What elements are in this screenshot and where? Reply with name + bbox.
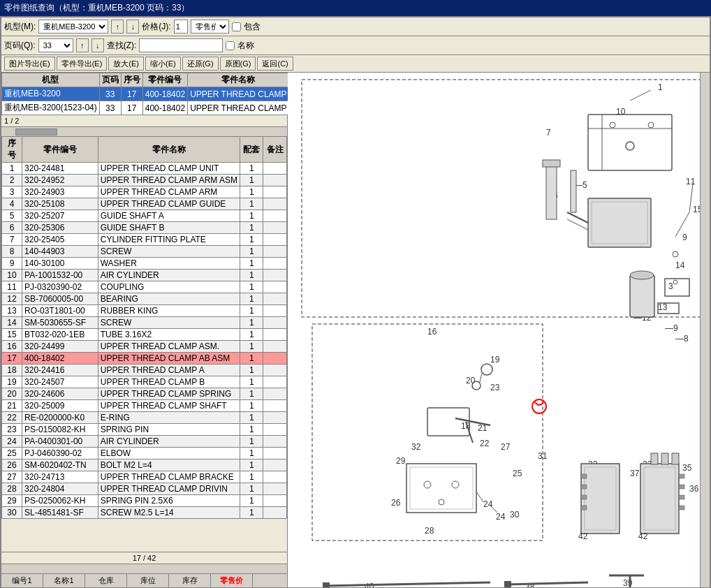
bottom-cell-partname[interactable]: AIR CYLINDER: [98, 270, 240, 281]
bottom-cell-note[interactable]: [263, 317, 287, 329]
top-cell-model[interactable]: 重机MEB-3200(1523-04): [2, 101, 100, 115]
bottom-cell-seq[interactable]: 25: [2, 448, 22, 460]
bottom-cell-partname[interactable]: SPRING PIN 2.5X6: [98, 495, 240, 507]
bottom-cell-partno[interactable]: 320-24804: [22, 483, 98, 495]
bottom-cell-seq[interactable]: 2: [2, 175, 22, 186]
include-checkbox[interactable]: [232, 22, 241, 31]
bottom-cell-seq[interactable]: 19: [2, 376, 22, 388]
bottom-cell-qty[interactable]: 1: [240, 460, 263, 471]
bottom-cell-qty[interactable]: 1: [240, 424, 263, 436]
model-select[interactable]: 重机MEB-3200: [38, 20, 108, 34]
bottom-cell-partno[interactable]: 320-24499: [22, 341, 98, 353]
bottom-cell-qty[interactable]: 1: [240, 293, 263, 305]
back-btn[interactable]: 返回(C): [257, 57, 293, 71]
bottom-cell-partno[interactable]: SM-6020402-TN: [22, 460, 98, 471]
bottom-cell-seq[interactable]: 27: [2, 471, 22, 483]
bottom-cell-partno[interactable]: PA-1001532-00: [22, 270, 98, 281]
bottom-cell-partname[interactable]: COUPLING: [98, 281, 240, 293]
bottom-cell-partno[interactable]: PJ-0320390-02: [22, 281, 98, 293]
bottom-cell-note[interactable]: [263, 365, 287, 376]
bottom-cell-note[interactable]: [263, 234, 287, 246]
bottom-cell-qty[interactable]: 1: [240, 507, 263, 519]
bottom-cell-partname[interactable]: UPPER THREAD CLAMP AB ASM: [98, 353, 240, 365]
bottom-cell-partname[interactable]: SCREW M2.5 L=14: [98, 507, 240, 519]
bottom-cell-seq[interactable]: 8: [2, 246, 22, 258]
bottom-cell-note[interactable]: [263, 388, 287, 400]
top-scrollbar-h[interactable]: [1, 126, 287, 136]
page-select[interactable]: 33: [38, 38, 73, 52]
bottom-cell-qty[interactable]: 1: [240, 246, 263, 258]
bottom-cell-partno[interactable]: 140-30100: [22, 258, 98, 270]
bottom-cell-partname[interactable]: SCREW: [98, 246, 240, 258]
bottom-cell-note[interactable]: [263, 400, 287, 412]
bottom-cell-partname[interactable]: UPPER THREAD CLAMP SHAFT: [98, 400, 240, 412]
bottom-cell-note[interactable]: [263, 270, 287, 281]
bottom-cell-qty[interactable]: 1: [240, 341, 263, 353]
bottom-cell-qty[interactable]: 1: [240, 329, 263, 341]
search-input[interactable]: [139, 38, 223, 52]
image-export-btn[interactable]: 图片导出(E): [4, 57, 55, 71]
parts-export-btn[interactable]: 零件导出(E): [57, 57, 108, 71]
bottom-cell-partno[interactable]: 320-25405: [22, 234, 98, 246]
bottom-cell-seq[interactable]: 14: [2, 317, 22, 329]
bottom-cell-seq[interactable]: 24: [2, 436, 22, 448]
bottom-cell-seq[interactable]: 22: [2, 412, 22, 424]
bottom-cell-seq[interactable]: 10: [2, 270, 22, 281]
bottom-cell-partno[interactable]: 320-25108: [22, 198, 98, 210]
bottom-cell-partname[interactable]: UPPER THREAD CLAMP A: [98, 365, 240, 376]
bottom-cell-note[interactable]: [263, 258, 287, 270]
bottom-cell-partno[interactable]: RE-0200000-K0: [22, 412, 98, 424]
bottom-cell-partname[interactable]: UPPER THREAD CLAMP ARM: [98, 186, 240, 198]
bottom-cell-partno[interactable]: BT032-020-1EB: [22, 329, 98, 341]
model-up-btn[interactable]: ↑: [111, 20, 124, 34]
bottom-cell-qty[interactable]: 1: [240, 210, 263, 222]
bottom-cell-partname[interactable]: BOLT M2 L=4: [98, 460, 240, 471]
bottom-cell-qty[interactable]: 1: [240, 388, 263, 400]
bottom-cell-seq[interactable]: 1: [2, 163, 22, 175]
bottom-cell-partname[interactable]: SPRING PIN: [98, 424, 240, 436]
bottom-cell-note[interactable]: [263, 305, 287, 317]
bottom-cell-note[interactable]: [263, 198, 287, 210]
bottom-cell-seq[interactable]: 11: [2, 281, 22, 293]
bottom-cell-note[interactable]: [263, 448, 287, 460]
bottom-cell-seq[interactable]: 5: [2, 210, 22, 222]
bottom-cell-seq[interactable]: 13: [2, 305, 22, 317]
top-cell-model[interactable]: 重机MEB-3200: [2, 87, 100, 101]
bottom-cell-qty[interactable]: 1: [240, 234, 263, 246]
bottom-cell-note[interactable]: [263, 436, 287, 448]
bottom-cell-seq[interactable]: 20: [2, 388, 22, 400]
top-cell-partname[interactable]: UPPER THREAD CLAMP: [188, 87, 289, 101]
bottom-cell-note[interactable]: [263, 495, 287, 507]
top-cell-page[interactable]: 33: [99, 87, 121, 101]
bottom-cell-partno[interactable]: 320-24952: [22, 175, 98, 186]
restore-btn[interactable]: 还原(G): [182, 57, 219, 71]
bottom-cell-note[interactable]: [263, 471, 287, 483]
bottom-cell-qty[interactable]: 1: [240, 495, 263, 507]
bottom-cell-partname[interactable]: UPPER THREAD CLAMP DRIVIN: [98, 483, 240, 495]
bottom-cell-note[interactable]: [263, 246, 287, 258]
bottom-cell-partno[interactable]: PJ-0460390-02: [22, 448, 98, 460]
bottom-cell-partname[interactable]: UPPER THREAD CLAMP B: [98, 376, 240, 388]
bottom-cell-qty[interactable]: 1: [240, 471, 263, 483]
bottom-cell-partno[interactable]: 320-24481: [22, 163, 98, 175]
bottom-cell-qty[interactable]: 1: [240, 436, 263, 448]
bottom-cell-partname[interactable]: GUIDE SHAFT B: [98, 222, 240, 234]
bottom-cell-note[interactable]: [263, 341, 287, 353]
top-cell-partname[interactable]: UPPER THREAD CLAMP: [188, 101, 289, 115]
bottom-cell-qty[interactable]: 1: [240, 412, 263, 424]
bottom-cell-partno[interactable]: SL-4851481-SF: [22, 507, 98, 519]
price-type-select[interactable]: 零售价: [191, 20, 229, 34]
bottom-cell-partname[interactable]: UPPER THREAD CLAMP ASM.: [98, 341, 240, 353]
bottom-cell-note[interactable]: [263, 460, 287, 471]
bottom-cell-partno[interactable]: PA-0400301-00: [22, 436, 98, 448]
bottom-cell-partname[interactable]: GUIDE SHAFT A: [98, 210, 240, 222]
bottom-cell-seq[interactable]: 6: [2, 222, 22, 234]
bottom-cell-partno[interactable]: SM-5030655-SF: [22, 317, 98, 329]
bottom-cell-partno[interactable]: 320-25306: [22, 222, 98, 234]
bottom-cell-partno[interactable]: 320-24416: [22, 365, 98, 376]
bottom-cell-partname[interactable]: ELBOW: [98, 448, 240, 460]
bottom-cell-partno[interactable]: PS-0250062-KH: [22, 495, 98, 507]
bottom-cell-seq[interactable]: 18: [2, 365, 22, 376]
bottom-cell-note[interactable]: [263, 293, 287, 305]
top-cell-partno[interactable]: 400-18402: [142, 87, 187, 101]
